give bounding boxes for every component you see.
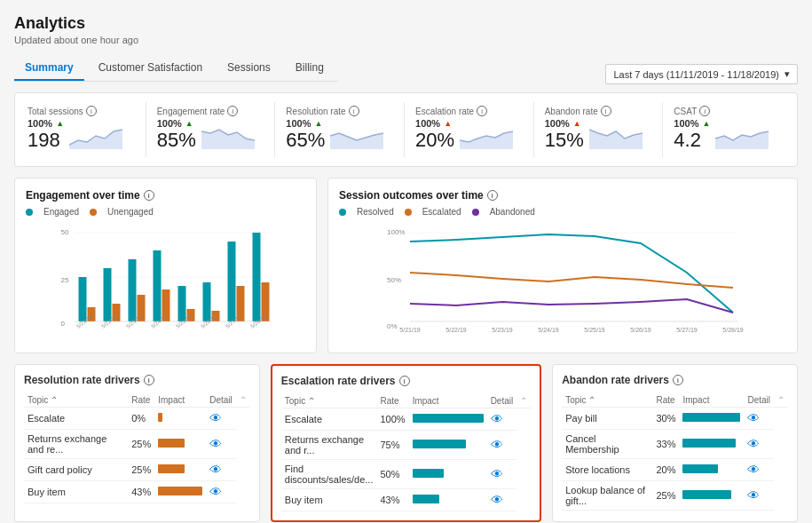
abandon-rate-label: Abandon rate [545, 107, 598, 116]
resolution-row1-rate: 0% [128, 408, 154, 430]
session-outcomes-info-icon[interactable]: i [487, 190, 498, 201]
csat-label: CSAT [674, 107, 697, 116]
date-filter-dropdown[interactable]: Last 7 days (11/11/2019 - 11/18/2019) ▾ [605, 64, 798, 84]
main-tabs: Summary Customer Satisfaction Sessions B… [14, 56, 338, 82]
escalation-rate-sparkline [460, 123, 513, 149]
abandon-row3-impact [679, 459, 744, 481]
escalation-row3-detail[interactable]: 👁 [487, 460, 517, 489]
tab-summary[interactable]: Summary [14, 56, 84, 81]
bar-engaged-1 [79, 277, 87, 321]
engagement-chart-info-icon[interactable]: i [144, 190, 154, 201]
escalation-drivers-info-icon[interactable]: i [399, 376, 410, 386]
engagement-rate-value: 85% [157, 129, 196, 152]
unengaged-legend-dot [90, 209, 97, 216]
csat-value: 4.2 [674, 129, 710, 152]
escalation-row3-impact [409, 460, 487, 489]
card-resolution-rate: Resolution rate i 100% ▲ 65% [279, 102, 405, 157]
abandon-row2-rate: 33% [652, 430, 679, 459]
escalation-rate-info-icon[interactable]: i [477, 106, 487, 116]
abandon-rate-sparkline [589, 123, 643, 149]
escalation-col-rate[interactable]: Rate [376, 394, 408, 408]
unengaged-legend-label: Unengaged [107, 207, 154, 217]
abandon-row1-detail[interactable]: 👁 [744, 408, 774, 430]
tab-sessions[interactable]: Sessions [217, 56, 281, 81]
escalation-row3-topic: Find discounts/sales/de... [281, 460, 377, 489]
escalation-rate-trend-icon: ▲ [444, 119, 452, 128]
abandon-col-rate[interactable]: Rate [652, 393, 679, 408]
resolution-row3-rate: 25% [128, 459, 154, 481]
svg-text:50%: 50% [387, 276, 401, 284]
abandon-row2-detail[interactable]: 👁 [744, 430, 774, 459]
svg-text:5/27/19: 5/27/19 [676, 327, 697, 333]
session-outcomes-line-chart: 100% 50% 0% 5/21/19 5/22/19 5/23/19 5/24… [339, 224, 786, 339]
resolution-drivers-info-icon[interactable]: i [144, 375, 154, 385]
abandon-drivers-table: Topic ⌃ Rate Impact Detail ⌃ Pay bill 30… [562, 393, 788, 511]
abandon-rate-info-icon[interactable]: i [601, 106, 611, 116]
escalation-row2-detail[interactable]: 👁 [487, 431, 517, 460]
resolution-rate-trend-icon: ▲ [314, 119, 322, 128]
table-row: Buy item 43% 👁 [24, 481, 250, 503]
resolution-rate-value: 65% [286, 129, 325, 152]
escalation-row2-impact [409, 431, 487, 460]
tab-billing[interactable]: Billing [285, 56, 335, 81]
table-row: Buy item 43% 👁 [281, 489, 531, 511]
engagement-bar-chart: 50 25 0 [26, 224, 305, 330]
abandoned-legend-dot [472, 209, 479, 216]
resolution-rate-label: Resolution rate [286, 107, 345, 116]
table-row: Gift card policy 25% 👁 [24, 459, 250, 481]
resolution-row2-detail[interactable]: 👁 [206, 430, 236, 459]
escalation-row4-detail[interactable]: 👁 [487, 489, 517, 511]
escalation-row1-rate: 100% [376, 408, 408, 431]
total-sessions-trend-icon: ▲ [56, 119, 64, 128]
csat-info-icon[interactable]: i [699, 106, 710, 116]
bar-engaged-4 [154, 250, 162, 321]
svg-text:100%: 100% [387, 228, 405, 236]
resolution-rate-info-icon[interactable]: i [349, 106, 359, 116]
bar-engaged-6 [203, 282, 211, 321]
session-outcomes-title: Session outcomes over time [339, 189, 484, 202]
tables-row: Resolution rate drivers i Topic ⌃ Rate I… [14, 364, 798, 522]
total-sessions-pct: 100% [28, 118, 52, 129]
escalation-row2-rate: 75% [376, 431, 408, 460]
resolution-col-rate[interactable]: Rate [128, 393, 154, 408]
engagement-rate-trend-icon: ▲ [185, 119, 193, 128]
abandon-rate-pct: 100% [545, 118, 570, 129]
session-outcomes-legend: Resolved Escalated Abandoned [339, 207, 786, 217]
csat-pct: 100% [674, 118, 698, 129]
svg-text:5/26/19: 5/26/19 [630, 327, 650, 333]
abandon-row4-detail[interactable]: 👁 [744, 481, 774, 511]
tab-customer-satisfaction[interactable]: Customer Satisfaction [88, 56, 213, 81]
csat-sparkline [715, 123, 769, 149]
total-sessions-value: 198 [28, 129, 64, 152]
abandon-row2-impact [679, 430, 744, 459]
summary-cards-row: Total sessions i 100% ▲ 198 Engagement r… [14, 92, 798, 167]
total-sessions-label: Total sessions [28, 107, 83, 116]
resolution-row3-detail[interactable]: 👁 [206, 459, 236, 481]
resolution-row4-detail[interactable]: 👁 [206, 481, 236, 503]
abandon-row3-detail[interactable]: 👁 [744, 459, 774, 481]
escalation-row1-detail[interactable]: 👁 [487, 408, 517, 431]
svg-text:25: 25 [61, 276, 69, 284]
resolution-row4-topic: Buy item [24, 481, 128, 503]
engaged-legend-dot [26, 209, 33, 216]
table-row: Escalate 0% 👁 [24, 408, 250, 430]
table-row: Escalate 100% 👁 [281, 408, 531, 431]
table-row: Find discounts/sales/de... 50% 👁 [281, 460, 531, 489]
total-sessions-info-icon[interactable]: i [86, 106, 97, 116]
resolution-row1-detail[interactable]: 👁 [206, 408, 236, 430]
escalation-scroll: ⌃ [516, 394, 531, 408]
escalation-rate-value: 20% [415, 129, 454, 152]
abandon-drivers-info-icon[interactable]: i [673, 375, 683, 385]
page-title: Analytics [14, 14, 798, 33]
escalation-row2-topic: Returns exchange and r... [281, 431, 377, 460]
abandon-row3-rate: 20% [652, 459, 679, 481]
engagement-rate-info-icon[interactable]: i [227, 106, 238, 116]
abandon-scroll: ⌃ [774, 393, 788, 408]
abandon-rate-trend-icon: ▲ [573, 119, 581, 128]
csat-trend-icon: ▲ [703, 119, 711, 128]
date-filter-label: Last 7 days (11/11/2019 - 11/18/2019) [613, 69, 779, 80]
resolved-legend-dot [339, 209, 346, 216]
abandon-drivers-card: Abandon rate drivers i Topic ⌃ Rate Impa… [552, 364, 798, 522]
table-row: Lookup balance of gift... 25% 👁 [562, 481, 788, 511]
card-engagement-rate: Engagement rate i 100% ▲ 85% [150, 102, 276, 157]
